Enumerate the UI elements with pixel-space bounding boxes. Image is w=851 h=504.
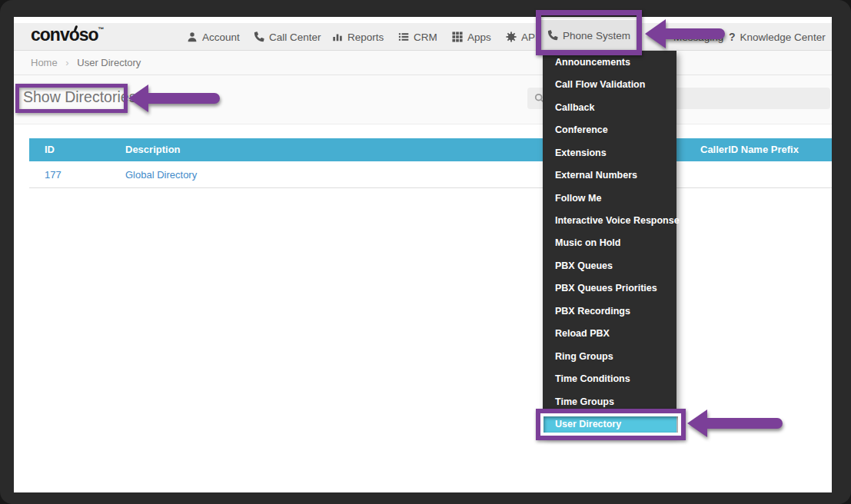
logo-text: convoso: [31, 25, 98, 45]
menu-item-time-groups[interactable]: Time Groups: [543, 390, 676, 413]
directories-table: ID Description CallerID Name Prefix 177 …: [29, 138, 832, 188]
main-navbar: convoso™ Account Call Center Reports CRM: [14, 23, 832, 51]
bar-chart-icon: [332, 32, 343, 42]
app-content: convoso™ Account Call Center Reports CRM: [14, 17, 832, 492]
nav-item-label: API: [521, 32, 538, 43]
column-header-id: ID: [45, 138, 55, 161]
screenshot-stage: convoso™ Account Call Center Reports CRM: [0, 0, 851, 504]
menu-item-call-flow-validation[interactable]: Call Flow Validation: [543, 73, 676, 95]
menu-item-pbx-queues[interactable]: PBX Queues: [543, 254, 676, 277]
breadcrumb: Home › User Directory: [14, 51, 832, 75]
directory-id-link[interactable]: 177: [45, 161, 61, 188]
phone-icon: [254, 32, 264, 42]
table-header: ID Description CallerID Name Prefix: [29, 138, 832, 161]
gear-icon: [506, 32, 517, 42]
nav-item-phone-system[interactable]: Phone System: [537, 20, 640, 51]
menu-item-interactive-voice-response[interactable]: Interactive Voice Response: [543, 209, 676, 231]
breadcrumb-home[interactable]: Home: [31, 57, 58, 68]
menu-item-announcements[interactable]: Announcements: [543, 51, 676, 73]
menu-item-pbx-queues-priorities[interactable]: PBX Queues Priorities: [543, 277, 676, 300]
table-row: 177 Global Directory: [29, 161, 832, 188]
menu-item-conference[interactable]: Conference: [543, 118, 676, 141]
breadcrumb-current: User Directory: [77, 57, 141, 68]
nav-item-api[interactable]: API: [506, 23, 538, 51]
page-title: Show Directories: [23, 88, 136, 106]
menu-item-time-conditions[interactable]: Time Conditions: [543, 368, 676, 390]
menu-item-callback[interactable]: Callback: [543, 96, 676, 118]
phone-icon: [547, 30, 558, 41]
trademark: ™: [98, 26, 104, 33]
menu-item-pbx-recordings[interactable]: PBX Recordings: [543, 300, 676, 322]
menu-item-follow-me[interactable]: Follow Me: [543, 187, 676, 209]
nav-item-label: CRM: [414, 32, 437, 43]
page-header-band: Show Directories: [14, 75, 832, 124]
user-icon: [187, 32, 198, 42]
breadcrumb-separator: ›: [65, 57, 68, 68]
nav-item-label: Knowledge Center: [740, 32, 826, 43]
chat-icon: [658, 32, 669, 42]
grid-icon: [452, 32, 463, 42]
menu-item-external-numbers[interactable]: External Numbers: [543, 164, 676, 186]
nav-item-reports[interactable]: Reports: [332, 23, 384, 51]
menu-item-music-on-hold[interactable]: Music on Hold: [543, 232, 676, 254]
nav-item-label: Apps: [467, 32, 491, 43]
menu-item-user-directory[interactable]: User Directory: [543, 413, 676, 436]
question-icon: ?: [729, 31, 736, 43]
nav-item-label: Call Center: [269, 32, 321, 43]
menu-item-reload-pbx[interactable]: Reload PBX: [543, 323, 676, 345]
nav-item-crm[interactable]: CRM: [398, 23, 437, 51]
nav-item-account[interactable]: Account: [187, 23, 240, 51]
menu-item-extensions[interactable]: Extensions: [543, 141, 676, 164]
nav-item-label: Reports: [347, 32, 384, 43]
list-icon: [398, 32, 409, 42]
directory-description-link[interactable]: Global Directory: [125, 161, 197, 188]
nav-item-label: Account: [202, 32, 240, 43]
menu-item-ring-groups[interactable]: Ring Groups: [543, 345, 676, 367]
nav-item-label: Phone System: [563, 30, 630, 41]
nav-item-label: Messaging: [673, 32, 723, 43]
phone-system-dropdown-menu: Announcements Call Flow Validation Callb…: [543, 51, 676, 436]
column-header-description: Description: [125, 138, 181, 161]
top-strip: [14, 17, 832, 23]
nav-item-knowledge-center[interactable]: ? Knowledge Center: [729, 23, 826, 51]
nav-item-apps[interactable]: Apps: [452, 23, 491, 51]
convoso-logo[interactable]: convoso™: [31, 25, 104, 45]
nav-item-call-center[interactable]: Call Center: [254, 23, 321, 51]
nav-item-messaging[interactable]: Messaging: [658, 23, 723, 51]
column-header-callerid-name-prefix: CallerID Name Prefix: [700, 138, 799, 161]
